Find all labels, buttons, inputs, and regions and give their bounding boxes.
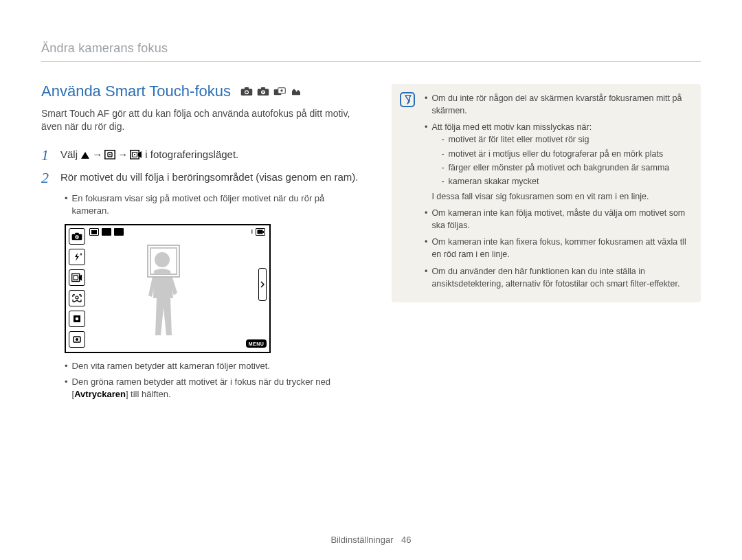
note-2c: färger eller mönster på motivet och bakg…	[449, 161, 670, 174]
svg-rect-1	[245, 87, 249, 90]
svg-text:P: P	[76, 236, 78, 239]
preview-face-button	[69, 290, 85, 306]
footer-page-number: 46	[401, 535, 411, 545]
step-2-body: Rör motivet du vill följa i beröringsomr…	[60, 170, 359, 186]
camera-mode-icon: P	[257, 87, 269, 96]
preview-filter-button	[69, 311, 85, 327]
up-triangle-icon	[80, 151, 90, 159]
note-1: Om du inte rör någon del av skärmen kvar…	[431, 92, 690, 117]
after-preview-text-2: Den gröna ramen betyder att motivet är i…	[72, 376, 364, 401]
preview-side-handle	[258, 268, 267, 301]
preview-top-indicator-icon	[89, 228, 99, 236]
breadcrumb: Ändra kamerans fokus	[41, 41, 701, 62]
note-4: Om kameran inte kan fixera fokus, kommer…	[431, 236, 690, 260]
preview-menu-button: MENU	[246, 339, 267, 348]
page-footer: Bildinställningar 46	[0, 535, 742, 545]
step-1-body: Välj →→ i fotograferingsläget.	[60, 147, 238, 163]
svg-text:A: A	[80, 252, 82, 256]
arrow-2: →	[115, 148, 130, 160]
svg-point-21	[76, 296, 78, 299]
note-2b: motivet är i motljus eller du fotografer…	[449, 148, 664, 160]
dual-mode-icon	[273, 87, 286, 96]
svg-rect-20	[72, 274, 80, 282]
note-box: •Om du inte rör någon del av skärmen kva…	[392, 84, 701, 302]
svg-point-25	[76, 338, 78, 341]
step-1-suffix: i fotograferingsläget.	[142, 148, 238, 160]
footer-section: Bildinställningar	[330, 535, 393, 545]
intro-text: Smart Touch AF gör att du kan följa och …	[41, 107, 364, 133]
note-2-tail: I dessa fall visar sig fokusramen som en…	[431, 190, 690, 203]
svg-rect-5	[261, 87, 265, 90]
note-2d: kameran skakar mycket	[449, 175, 539, 188]
svg-point-23	[76, 317, 79, 321]
svg-rect-27	[258, 230, 263, 234]
after-preview-text-1: Den vita ramen betyder att kameran följe…	[72, 360, 270, 372]
svg-rect-26	[91, 230, 97, 234]
preview-count-icon: I	[251, 228, 253, 236]
section-title-text: Använda Smart Touch-fokus	[41, 82, 231, 100]
note-icon	[400, 92, 415, 107]
after-preview-bullet-1: • Den vita ramen betyder att kameran föl…	[65, 360, 364, 372]
camera-mode-icon	[240, 87, 253, 96]
preview-mode-button: P	[69, 228, 85, 245]
svg-text:P: P	[262, 91, 264, 94]
step-1-prefix: Välj	[60, 148, 80, 160]
svg-point-14	[134, 154, 135, 155]
svg-rect-28	[263, 231, 265, 233]
arrow-1: →	[90, 148, 104, 160]
focus-track-icon	[130, 150, 142, 159]
note-2a: motivet är för litet eller motivet rör s…	[449, 133, 589, 146]
preview-top-indicator-icon	[114, 228, 124, 236]
after-preview-bullet-2: • Den gröna ramen betyder att motivet är…	[65, 376, 364, 401]
camera-lcd-preview: P A	[65, 224, 271, 353]
battery-icon	[256, 228, 265, 236]
svg-point-12	[109, 154, 111, 155]
step-number-1: 1	[41, 147, 54, 163]
note-2: Att följa med ett motiv kan misslyckas n…	[431, 121, 690, 133]
step-2-sub-text: En fokusram visar sig på motivet och föl…	[72, 192, 364, 217]
svg-point-10	[280, 89, 282, 91]
svg-rect-16	[75, 233, 78, 235]
focus-square-icon	[104, 150, 115, 159]
svg-point-3	[245, 91, 247, 93]
note-5: Om du använder den här funktionen kan du…	[431, 265, 690, 290]
step-2-sub-bullet: • En fokusram visar sig på motivet och f…	[65, 192, 364, 217]
scene-mode-icon	[290, 87, 302, 96]
preview-focus-frame	[147, 245, 180, 278]
note-3: Om kameran inte kan följa motivet, måste…	[431, 207, 690, 232]
preview-settings-button	[69, 331, 85, 348]
section-title: Använda Smart Touch-fokus P	[41, 82, 364, 100]
preview-top-indicator-icon	[102, 228, 111, 236]
step-number-2: 2	[41, 170, 54, 186]
preview-focus-button	[69, 269, 85, 286]
preview-flash-button: A	[69, 249, 85, 265]
